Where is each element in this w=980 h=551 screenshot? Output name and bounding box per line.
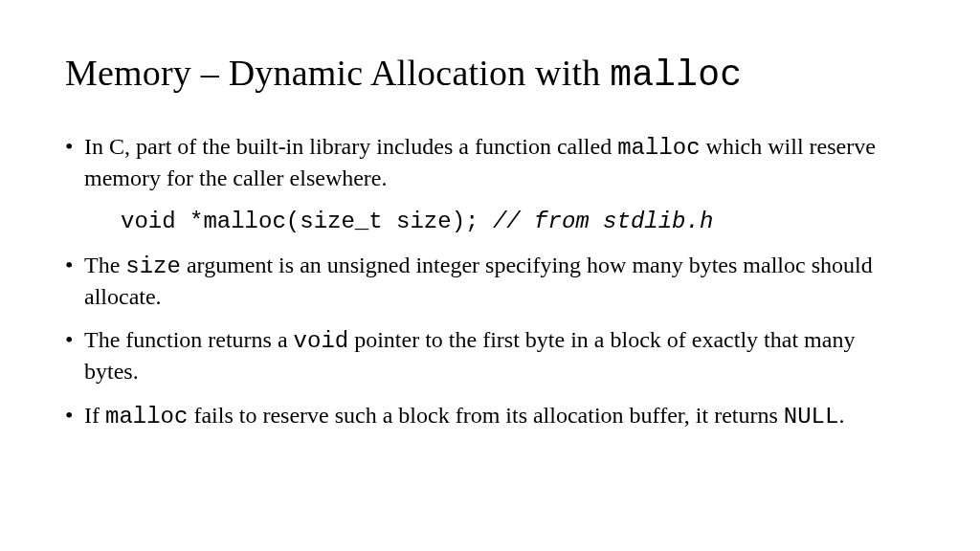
bullet-text: If (84, 403, 105, 428)
bullet-text: The function returns a (84, 327, 294, 352)
inline-code: malloc (105, 404, 188, 430)
bullet-item: If malloc fails to reserve such a block … (65, 401, 915, 432)
inline-code: void (294, 328, 349, 354)
inline-code: size (125, 253, 181, 279)
bullet-item: In C, part of the built-in library inclu… (65, 132, 915, 193)
bullet-text: In C, part of the built-in library inclu… (84, 134, 617, 159)
bullet-list: In C, part of the built-in library inclu… (65, 132, 915, 431)
code-text: void *malloc(size_t size); (121, 209, 479, 234)
code-comment: // from stdlib.h (493, 209, 713, 234)
bullet-item: The size argument is an unsigned integer… (65, 251, 915, 312)
title-text: Memory – Dynamic Allocation with (65, 53, 610, 93)
inline-code: NULL (784, 404, 839, 430)
slide: Memory – Dynamic Allocation with malloc … (0, 0, 980, 551)
code-gap (479, 209, 492, 234)
inline-code: malloc (617, 135, 700, 161)
code-signature: void *malloc(size_t size); // from stdli… (121, 207, 915, 237)
title-code: malloc (610, 55, 742, 96)
slide-title: Memory – Dynamic Allocation with malloc (65, 52, 915, 96)
bullet-text: argument is an unsigned integer specifyi… (84, 253, 873, 309)
bullet-text: The (84, 253, 125, 277)
bullet-item: The function returns a void pointer to t… (65, 325, 915, 386)
bullet-text: . (838, 403, 844, 428)
bullet-text: fails to reserve such a block from its a… (188, 403, 783, 428)
